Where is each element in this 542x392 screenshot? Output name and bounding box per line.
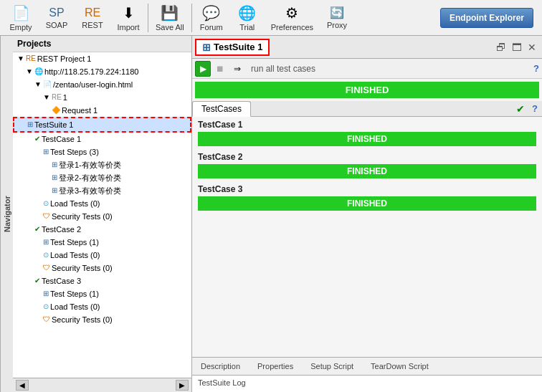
toolbar-rest[interactable]: RE REST (75, 1, 110, 34)
toolbar-empty[interactable]: 📄 Empty (3, 1, 39, 34)
step-c-icon: ⊞ (52, 185, 57, 196)
tree-item-step-c[interactable]: ⊞ 登录3-有效等价类 (13, 184, 191, 197)
request1-label: Request 1 (62, 105, 98, 116)
testcases-tab-row: TestCases ✔ ? (192, 101, 542, 117)
tab-description[interactable]: Description (198, 360, 243, 372)
restore-button[interactable]: 🗗 (493, 40, 509, 54)
toolbar-divider-1 (148, 4, 148, 32)
toolbar-saveall[interactable]: 💾 Save All (150, 1, 190, 34)
main-layout: Navigator Projects ▼ RE REST Project 1 ▼… (0, 36, 542, 392)
toolbar-forum[interactable]: 💬 Forum (194, 1, 229, 34)
stop-button[interactable]: ⏹ (212, 61, 228, 77)
tree-item-testcase1[interactable]: ✔ TestCase 1 (13, 133, 191, 145)
tree-prev-button[interactable]: ◀ (16, 380, 29, 391)
toolbar: 📄 Empty SP SOAP RE REST ⬇ Import 💾 Save … (0, 0, 542, 36)
tree-item-url[interactable]: ▼ 🌐 http://118.25.179.224:1180 (13, 65, 191, 78)
preferences-icon: ⚙ (285, 4, 298, 21)
toolbar-soap[interactable]: SP SOAP (39, 1, 75, 34)
tree-item-login[interactable]: ▼ 📄 /zentao/user-login.html (13, 78, 191, 91)
testcases-tab[interactable]: TestCases (192, 101, 251, 117)
testsuite-title-label: TestSuite 1 (214, 42, 262, 52)
soap-icon: SP (49, 6, 64, 19)
suite-toolbar: ▶ ⏹ ⇒ run all test cases ? (192, 59, 542, 79)
tree-item-teststeps3[interactable]: ⊞ Test Steps (1) (13, 287, 191, 300)
tree-item-load2[interactable]: ⊙ Load Tests (0) (13, 249, 191, 262)
testcase2-label: TestCase 2 (42, 224, 81, 235)
tree-item-security2[interactable]: 🛡 Security Tests (0) (13, 262, 191, 274)
tree-content: ▼ RE REST Project 1 ▼ 🌐 http://118.25.17… (13, 52, 191, 378)
tree-item-step-a[interactable]: ⊞ 登录1-有效等价类 (13, 158, 191, 171)
expand-icon2: ▼ (34, 79, 42, 90)
tree-item-security3[interactable]: 🛡 Security Tests (0) (13, 313, 191, 326)
load1-label: Load Tests (0) (50, 198, 100, 209)
testcase-status-3: FINISHED (198, 196, 536, 211)
toolbar-soap-label: SOAP (46, 21, 68, 29)
top-status-bar: FINISHED (195, 82, 539, 98)
bottom-tabs: Description Properties Setup Script Tear… (192, 357, 542, 375)
navigator-tab[interactable]: Navigator (0, 36, 13, 392)
testcase-entry-1: TestCase 1 FINISHED (198, 120, 536, 146)
log-label: TestSuite Log (198, 378, 246, 387)
tree-item-1[interactable]: ▼ RE 1 (13, 91, 191, 104)
testcase-entry-2: TestCase 2 FINISHED (198, 152, 536, 178)
options-button[interactable]: ⇒ (229, 61, 245, 77)
tree-item-testcase3[interactable]: ✔ TestCase 3 (13, 274, 191, 287)
grid-icon: ⊞ (202, 42, 211, 53)
rest-project-label: REST Project 1 (37, 53, 92, 64)
expand-icon: ▼ (26, 66, 33, 77)
top-status-text: FINISHED (346, 85, 389, 95)
tree-item-teststeps1[interactable]: ⊞ Test Steps (3) (13, 145, 191, 158)
toolbar-import-label: Import (117, 23, 139, 32)
tree-item-load3[interactable]: ⊙ Load Tests (0) (13, 300, 191, 313)
testcases-area: TestCases ✔ ? TestCase 1 FINISHED TestCa (192, 101, 542, 357)
testcase1-label: TestCase 1 (42, 133, 81, 145)
url-icon: 🌐 (34, 66, 43, 77)
tree-item-request1[interactable]: 🔶 Request 1 (13, 104, 191, 117)
toolbar-preferences[interactable]: ⚙ Preferences (265, 1, 319, 34)
testsuite1-label: TestSuite 1 (34, 119, 73, 130)
endpoint-explorer-button[interactable]: Endpoint Explorer (440, 8, 533, 28)
num-icon: RE (52, 92, 62, 103)
tree-item-load1[interactable]: ⊙ Load Tests (0) (13, 197, 191, 210)
run-button[interactable]: ▶ (195, 61, 211, 77)
testsuite-title-box: ⊞ TestSuite 1 (195, 39, 270, 56)
log-area: TestSuite Log (192, 375, 542, 392)
toolbar-help-button[interactable]: ? (533, 63, 539, 74)
check-icon3: ✔ (34, 275, 40, 287)
maximize-button[interactable]: 🗖 (509, 40, 525, 54)
folder-icon: ▼ (17, 53, 24, 64)
toolbar-import[interactable]: ⬇ Import (110, 1, 146, 34)
security1-label: Security Tests (0) (52, 211, 113, 222)
tab-teardown-script[interactable]: TearDown Script (368, 360, 432, 372)
toolbar-trial[interactable]: 🌐 Trial (229, 1, 265, 34)
load-icon3: ⊙ (43, 301, 49, 312)
url-label: http://118.25.179.224:1180 (44, 66, 139, 77)
tree-item-testsuite1[interactable]: ⊞ TestSuite 1 (13, 117, 191, 133)
empty-icon: 📄 (12, 4, 30, 21)
testcase-entry-3: TestCase 3 FINISHED (198, 184, 536, 211)
tree-next-button[interactable]: ▶ (176, 380, 189, 391)
tree-item-testcase2[interactable]: ✔ TestCase 2 (13, 223, 191, 236)
tree-item-rest-project[interactable]: ▼ RE REST Project 1 (13, 52, 191, 65)
import-icon: ⬇ (123, 4, 135, 21)
tab-properties[interactable]: Properties (255, 360, 296, 372)
close-button[interactable]: ✕ (525, 40, 539, 54)
testcase-name-3: TestCase 3 (198, 184, 536, 194)
run-text: run all test cases (251, 64, 315, 74)
tab-help-button[interactable]: ? (528, 102, 542, 115)
saveall-icon: 💾 (161, 4, 179, 21)
toolbar-rest-label: REST (82, 21, 103, 29)
toolbar-proxy[interactable]: 🔄 Proxy (319, 1, 355, 34)
toolbar-divider-2 (191, 4, 192, 32)
testcase3-label: TestCase 3 (42, 275, 81, 287)
testcase-name-1: TestCase 1 (198, 120, 536, 130)
load-icon1: ⊙ (43, 198, 49, 209)
toolbar-proxy-label: Proxy (327, 21, 347, 29)
tree-item-teststeps2[interactable]: ⊞ Test Steps (1) (13, 236, 191, 249)
tab-setup-script[interactable]: Setup Script (308, 360, 356, 372)
security-icon2: 🛡 (43, 262, 50, 274)
right-panel: ⊞ TestSuite 1 🗗 🗖 ✕ ▶ ⏹ ⇒ run all test c… (192, 36, 542, 392)
tree-header: Projects (13, 36, 191, 52)
tree-item-security1[interactable]: 🛡 Security Tests (0) (13, 210, 191, 223)
tree-item-step-b[interactable]: ⊞ 登录2-有效等价类 (13, 171, 191, 184)
